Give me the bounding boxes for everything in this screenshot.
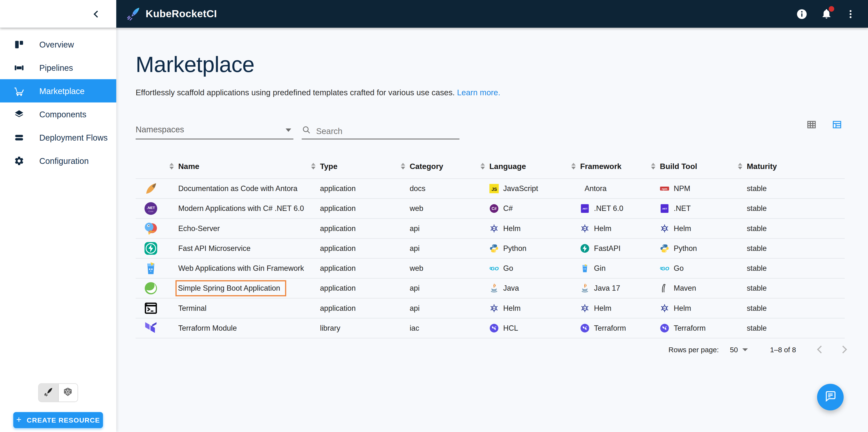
maven-icon bbox=[660, 284, 670, 293]
helm-icon: HELM bbox=[580, 224, 589, 233]
template-name[interactable]: Fast API Microservice bbox=[178, 244, 320, 253]
info-icon[interactable] bbox=[796, 8, 808, 20]
python-icon bbox=[490, 243, 499, 253]
view-mode-toggles bbox=[806, 119, 842, 132]
grid-view-icon[interactable] bbox=[806, 119, 816, 132]
rows-per-page-label: Rows per page: bbox=[669, 345, 719, 353]
helm-icon: HELM bbox=[660, 304, 670, 313]
table-row[interactable]: .NETCore Modern Applications with C# .NE… bbox=[135, 199, 845, 219]
list-view-icon[interactable] bbox=[832, 119, 842, 132]
page-title: Marketplace bbox=[135, 52, 254, 77]
next-page-icon[interactable] bbox=[839, 345, 847, 353]
hcl-icon bbox=[490, 323, 499, 333]
column-header-type[interactable]: Type bbox=[320, 162, 409, 171]
sort-icon[interactable] bbox=[311, 163, 316, 169]
table-row[interactable]: Fast API Microservice application api Py… bbox=[135, 239, 845, 259]
python-icon bbox=[660, 243, 670, 253]
table-row[interactable]: Terraform Module library iac HCL Terrafo… bbox=[135, 319, 845, 339]
svg-text:HELM: HELM bbox=[662, 227, 667, 230]
spring-icon bbox=[135, 282, 178, 295]
column-header-category[interactable]: Category bbox=[409, 162, 489, 171]
kubernetes-toggle[interactable] bbox=[58, 384, 78, 401]
column-header-framework[interactable]: Framework bbox=[580, 162, 660, 171]
sidebar-nav: Overview Pipelines Marketplace Component… bbox=[0, 28, 116, 172]
antora-icon bbox=[135, 181, 178, 195]
column-header-build-tool[interactable]: Build Tool bbox=[660, 162, 747, 171]
sidebar-item-overview[interactable]: Overview bbox=[0, 33, 116, 56]
sort-icon[interactable] bbox=[401, 163, 405, 169]
overview-icon bbox=[14, 39, 24, 50]
pipelines-icon bbox=[14, 62, 24, 73]
sidebar-item-marketplace[interactable]: Marketplace bbox=[0, 79, 116, 103]
maturity-value: stable bbox=[747, 184, 845, 193]
plus-icon: + bbox=[16, 415, 22, 425]
dotnet-core-icon: .NETCore bbox=[135, 202, 178, 215]
sort-icon[interactable] bbox=[169, 163, 174, 169]
table-row[interactable]: Documentation as Code with Antora applic… bbox=[135, 179, 845, 199]
configuration-gear-icon bbox=[14, 155, 24, 166]
template-name[interactable]: Echo-Server bbox=[178, 224, 320, 232]
kuberocketci-rocket-toggle[interactable] bbox=[39, 384, 58, 401]
dotnet-icon: .NET bbox=[660, 204, 670, 213]
column-header-name[interactable]: Name bbox=[178, 162, 320, 171]
svg-text:JS: JS bbox=[491, 187, 497, 192]
helm-icon: HELM bbox=[490, 304, 499, 313]
helm-icon: HELM bbox=[580, 304, 589, 313]
namespaces-select[interactable]: Namespaces bbox=[135, 121, 293, 140]
sidebar-item-deployment-flows[interactable]: Deployment Flows bbox=[0, 126, 116, 149]
sort-icon[interactable] bbox=[651, 163, 655, 169]
table-row[interactable]: Web Applications with Gin Framework appl… bbox=[135, 259, 845, 279]
maturity-value: stable bbox=[747, 204, 845, 212]
column-header-maturity[interactable]: Maturity bbox=[747, 162, 845, 171]
table-row[interactable]: Terminal application api HELMHelm HELMHe… bbox=[135, 298, 845, 318]
learn-more-link[interactable]: Learn more. bbox=[457, 88, 500, 97]
search-input[interactable]: Search bbox=[302, 121, 459, 140]
brand-name: KubeRocketCI bbox=[146, 8, 217, 20]
kubernetes-wheel-icon bbox=[63, 387, 73, 399]
terminal-icon bbox=[135, 301, 178, 315]
fastapi-app-icon bbox=[135, 241, 178, 255]
previous-page-icon[interactable] bbox=[817, 345, 825, 353]
search-icon bbox=[302, 125, 311, 137]
template-name[interactable]: Web Applications with Gin Framework bbox=[178, 264, 320, 272]
svg-text:HELM: HELM bbox=[582, 227, 587, 230]
sidebar-item-components[interactable]: Components bbox=[0, 103, 116, 126]
helm-icon: HELM bbox=[660, 224, 670, 233]
kebab-menu-icon[interactable] bbox=[845, 8, 856, 19]
deployment-flows-icon bbox=[14, 132, 24, 143]
sidebar-header bbox=[0, 0, 116, 28]
mode-toggle bbox=[38, 383, 78, 402]
sort-icon[interactable] bbox=[571, 163, 576, 169]
sort-icon[interactable] bbox=[738, 163, 742, 169]
collapse-sidebar-icon[interactable] bbox=[94, 10, 101, 18]
table-row-highlighted[interactable]: Simple Spring Boot Application applicati… bbox=[135, 279, 845, 298]
sidebar-item-configuration[interactable]: Configuration bbox=[0, 149, 116, 172]
brand: KubeRocketCI bbox=[126, 0, 217, 28]
template-name[interactable]: Modern Applications with C# .NET 6.0 bbox=[178, 204, 320, 212]
sort-icon[interactable] bbox=[480, 163, 485, 169]
rows-per-page-select[interactable]: 50 bbox=[730, 345, 748, 353]
topbar: KubeRocketCI bbox=[0, 0, 868, 28]
maturity-value: stable bbox=[747, 304, 845, 312]
svg-text:HELM: HELM bbox=[491, 227, 496, 230]
components-layers-icon bbox=[14, 109, 24, 119]
svg-text:HELM: HELM bbox=[491, 307, 496, 309]
template-name[interactable]: Terminal bbox=[178, 304, 320, 312]
sidebar-item-pipelines[interactable]: Pipelines bbox=[0, 56, 116, 79]
template-name[interactable]: Simple Spring Boot Application bbox=[178, 284, 280, 292]
create-resource-button[interactable]: + CREATE RESOURCE bbox=[13, 412, 103, 428]
notifications-bell-icon[interactable] bbox=[821, 8, 832, 20]
chat-fab-button[interactable] bbox=[817, 384, 844, 410]
svg-text:.NET: .NET bbox=[147, 206, 155, 210]
dotnet-icon: .NET bbox=[580, 204, 589, 213]
column-header-language[interactable]: Language bbox=[490, 162, 580, 171]
svg-text:GO: GO bbox=[491, 266, 499, 271]
template-name[interactable]: Documentation as Code with Antora bbox=[178, 184, 320, 193]
maturity-value: stable bbox=[747, 324, 845, 333]
svg-text:.NET: .NET bbox=[662, 207, 667, 210]
table-row[interactable]: Echo-Server application api HELMHelm HEL… bbox=[135, 219, 845, 238]
svg-text:.NET: .NET bbox=[582, 207, 588, 210]
pagination-range: 1–8 of 8 bbox=[770, 345, 796, 353]
template-name[interactable]: Terraform Module bbox=[178, 324, 320, 333]
maturity-value: stable bbox=[747, 284, 845, 292]
